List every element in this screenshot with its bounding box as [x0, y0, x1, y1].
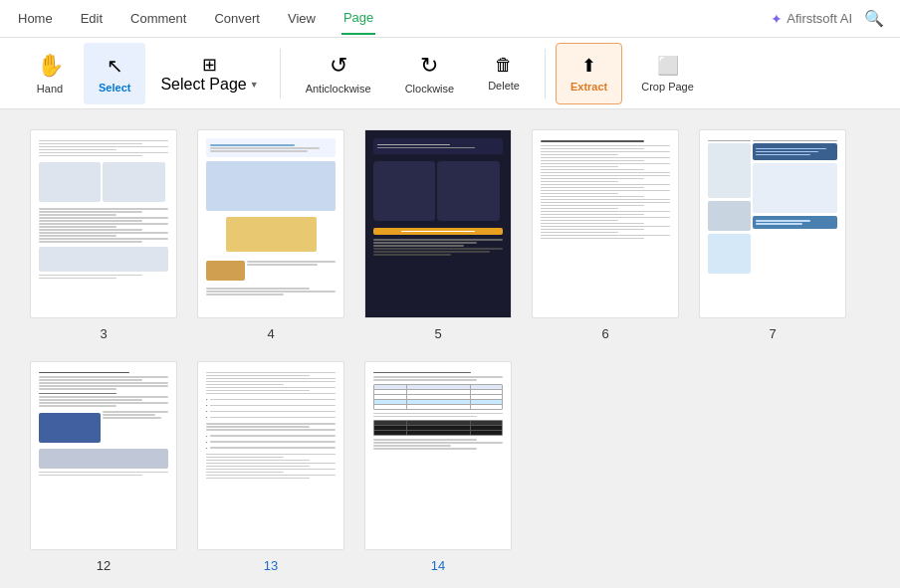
page-preview-12 — [31, 362, 176, 549]
select-label: Select — [99, 82, 130, 94]
page-num-7: 7 — [769, 326, 776, 341]
page-num-12: 12 — [97, 558, 111, 573]
crop-page-label: Crop Page — [641, 81, 694, 93]
select-page-tool[interactable]: ⊞ Select Page ▼ — [149, 43, 269, 104]
select-page-icon: ⊞ — [202, 54, 217, 76]
extract-icon: ⬆ — [581, 55, 596, 77]
page-preview-13: • • • • • • • — [198, 362, 343, 549]
extract-label: Extract — [570, 81, 607, 93]
page-thumb-5[interactable]: 5 — [364, 129, 512, 341]
crop-page-icon: ⬜ — [657, 55, 679, 77]
chevron-down-icon: ▼ — [250, 80, 259, 90]
page-preview-14 — [365, 362, 511, 549]
ai-star-icon: ✦ — [771, 11, 783, 27]
thumb-card-6[interactable] — [532, 129, 679, 318]
thumb-card-4[interactable] — [197, 129, 344, 318]
hand-icon: ✋ — [37, 53, 64, 79]
hand-tool[interactable]: ✋ Hand — [20, 43, 80, 104]
thumb-card-14[interactable] — [364, 361, 512, 550]
thumb-card-3[interactable] — [30, 129, 177, 318]
nav-home[interactable]: Home — [16, 3, 55, 34]
nav-convert[interactable]: Convert — [212, 3, 262, 34]
page-num-4: 4 — [267, 326, 274, 341]
nav-view[interactable]: View — [286, 3, 318, 34]
page-thumb-3[interactable]: 3 — [30, 129, 177, 341]
select-page-label: Select Page — [160, 76, 246, 94]
select-tool[interactable]: ↖ Select — [84, 43, 145, 104]
page-thumb-13[interactable]: • • • • • • • — [197, 361, 344, 573]
page-preview-5 — [365, 130, 511, 317]
anticlockwise-label: Anticlockwise — [306, 83, 371, 95]
anticlockwise-icon: ↺ — [330, 53, 347, 79]
toolbar: ✋ Hand ↖ Select ⊞ Select Page ▼ ↺ Anticl… — [0, 38, 900, 109]
search-icon[interactable]: 🔍 — [864, 9, 884, 28]
extract-tool[interactable]: ⬆ Extract — [556, 43, 622, 104]
thumb-card-12[interactable] — [30, 361, 177, 550]
nav-edit[interactable]: Edit — [79, 3, 105, 34]
page-grid: 3 — [30, 129, 870, 573]
clockwise-label: Clockwise — [405, 83, 455, 95]
thumb-card-5[interactable] — [364, 129, 512, 318]
nav-comment[interactable]: Comment — [128, 3, 188, 34]
delete-tool[interactable]: 🗑 Delete — [473, 43, 535, 104]
clockwise-tool[interactable]: ↻ Clockwise — [390, 43, 470, 104]
anticlockwise-tool[interactable]: ↺ Anticlockwise — [291, 43, 386, 104]
page-preview-4 — [198, 130, 343, 317]
select-icon: ↖ — [107, 54, 123, 78]
page-preview-3 — [31, 130, 176, 317]
top-nav: Home Edit Comment Convert View Page ✦ Af… — [0, 0, 900, 38]
page-num-3: 3 — [100, 326, 107, 341]
toolbar-separator-2 — [545, 49, 546, 98]
thumb-card-7[interactable] — [699, 129, 846, 318]
page-num-13: 13 — [264, 558, 278, 573]
page-num-6: 6 — [601, 326, 608, 341]
page-thumb-14[interactable]: 14 — [364, 361, 512, 573]
delete-icon: 🗑 — [495, 55, 513, 76]
page-num-5: 5 — [434, 326, 441, 341]
nav-right: ✦ Afirstsoft AI 🔍 — [771, 9, 884, 28]
page-grid-area: 3 — [0, 109, 900, 588]
page-thumb-7[interactable]: 7 — [699, 129, 846, 341]
thumb-card-13[interactable]: • • • • • • • — [197, 361, 344, 550]
crop-page-tool[interactable]: ⬜ Crop Page — [626, 43, 709, 104]
page-thumb-12[interactable]: 12 — [30, 361, 177, 573]
page-preview-7 — [700, 130, 845, 317]
clockwise-icon: ↻ — [420, 53, 438, 79]
page-num-14: 14 — [431, 558, 445, 573]
page-thumb-6[interactable]: 6 — [532, 129, 679, 341]
nav-page[interactable]: Page — [341, 2, 375, 35]
ai-label: Afirstsoft AI — [787, 11, 852, 26]
page-thumb-4[interactable]: 4 — [197, 129, 344, 341]
ai-button[interactable]: ✦ Afirstsoft AI — [771, 11, 852, 27]
select-page-row: Select Page ▼ — [160, 76, 258, 94]
delete-label: Delete — [488, 80, 520, 92]
page-preview-6 — [533, 130, 678, 317]
hand-label: Hand — [37, 83, 63, 95]
toolbar-separator-1 — [280, 49, 281, 98]
